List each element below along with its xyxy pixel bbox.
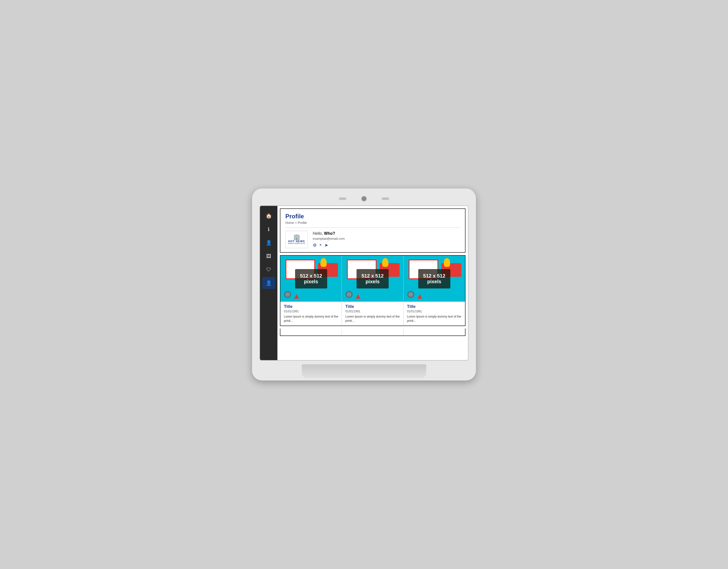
image-overlay-3: 512 x 512pixels bbox=[418, 269, 450, 288]
hello-name: Who? bbox=[324, 231, 335, 236]
article-body-1: Title 01/01/1991 Lorem Ipsum is simply d… bbox=[280, 302, 342, 325]
triangle-icon bbox=[294, 294, 299, 299]
profile-actions: ⚙ + ➤ bbox=[313, 243, 345, 248]
contact-icon: 👤 bbox=[266, 240, 272, 246]
article-title-1: Title bbox=[284, 304, 338, 309]
main-content: Profile Home > Profile 🏢 HOT NEWS WEBSIT… bbox=[277, 206, 468, 360]
article-title-3: Title bbox=[407, 304, 462, 309]
article-image-2: 512 x 512pixels bbox=[342, 256, 403, 302]
device-button-left bbox=[339, 198, 346, 200]
sidebar-item-home[interactable]: 🏠 bbox=[262, 210, 275, 222]
hello-text: Hello, Who? bbox=[313, 231, 345, 236]
add-icon[interactable]: + bbox=[319, 243, 322, 248]
device-button-right bbox=[382, 198, 389, 200]
hello-label: Hello, bbox=[313, 231, 324, 236]
article-body-2: Title 01/01/1991 Lorem Ipsum is simply d… bbox=[342, 302, 403, 325]
article-date-3: 01/01/1991 bbox=[407, 309, 462, 313]
sidebar-item-info[interactable]: ℹ bbox=[262, 223, 275, 235]
sidebar-item-profile[interactable]: 👤 bbox=[262, 277, 275, 289]
article-image-3: 512 x 512pixels bbox=[404, 256, 465, 302]
sidebar-item-gallery[interactable]: 🖼 bbox=[262, 250, 275, 262]
article-excerpt-3: Lorem Ipsum is simply dummy text of the … bbox=[407, 314, 462, 323]
logo-text: HOT NEWS bbox=[288, 240, 305, 243]
articles-grid: 512 x 512pixels Title 01/01/1991 Lorem I… bbox=[280, 255, 466, 326]
device-camera bbox=[361, 196, 367, 202]
device-frame: 🏠 ℹ 👤 🖼 🛡 👤 Profile Home > Prof bbox=[252, 189, 476, 380]
info-icon: ℹ bbox=[268, 226, 270, 232]
article-image-1: 512 x 512pixels bbox=[280, 256, 342, 302]
gear-decor-icon-3 bbox=[407, 291, 414, 298]
settings-icon[interactable]: ⚙ bbox=[313, 243, 317, 248]
logo-subtext: WEBSITE MOBILE BLOG bbox=[288, 243, 305, 245]
page-title: Profile bbox=[285, 213, 460, 220]
article-date-2: 01/01/1991 bbox=[345, 309, 400, 313]
breadcrumb: Home > Profile bbox=[285, 221, 460, 228]
article-card-3[interactable]: 512 x 512pixels Title 01/01/1991 Lorem I… bbox=[404, 256, 465, 325]
device-screen: 🏠 ℹ 👤 🖼 🛡 👤 Profile Home > Prof bbox=[260, 206, 468, 360]
bottom-cell-3 bbox=[404, 328, 465, 335]
bulb-icon bbox=[320, 258, 327, 267]
triangle-icon-3 bbox=[417, 294, 422, 299]
image-overlay-2: 512 x 512pixels bbox=[357, 269, 389, 288]
gear-decor-icon-2 bbox=[346, 291, 353, 298]
triangle-icon-2 bbox=[356, 294, 361, 299]
article-card-2[interactable]: 512 x 512pixels Title 01/01/1991 Lorem I… bbox=[342, 256, 403, 325]
profile-details: Hello, Who? examplae@email.com ⚙ + ➤ bbox=[313, 231, 345, 248]
profile-logo: 🏢 HOT NEWS WEBSITE MOBILE BLOG bbox=[285, 231, 308, 248]
article-card-1[interactable]: 512 x 512pixels Title 01/01/1991 Lorem I… bbox=[280, 256, 342, 325]
profile-icon: 👤 bbox=[266, 280, 272, 286]
sidebar-item-shield[interactable]: 🛡 bbox=[262, 264, 275, 276]
article-body-3: Title 01/01/1991 Lorem Ipsum is simply d… bbox=[404, 302, 465, 325]
home-icon: 🏠 bbox=[266, 213, 272, 219]
device-base bbox=[302, 364, 426, 378]
profile-email: examplae@email.com bbox=[313, 237, 345, 241]
bottom-row bbox=[280, 328, 466, 336]
logo-building-icon: 🏢 bbox=[293, 234, 300, 240]
bottom-cell-2 bbox=[342, 328, 403, 335]
navigate-icon[interactable]: ➤ bbox=[324, 243, 328, 248]
article-title-2: Title bbox=[345, 304, 400, 309]
bottom-cell-1 bbox=[280, 328, 342, 335]
bulb-icon-2 bbox=[382, 258, 388, 267]
gear-decor-icon bbox=[284, 291, 291, 298]
image-overlay-1: 512 x 512pixels bbox=[295, 269, 327, 288]
article-excerpt-2: Lorem Ipsum is simply dummy text of the … bbox=[345, 314, 400, 323]
device-top-bar bbox=[260, 196, 468, 202]
sidebar: 🏠 ℹ 👤 🖼 🛡 👤 bbox=[260, 206, 277, 360]
article-date-1: 01/01/1991 bbox=[284, 309, 338, 313]
sidebar-item-contact[interactable]: 👤 bbox=[262, 237, 275, 249]
bulb-icon-3 bbox=[444, 258, 450, 267]
profile-info: 🏢 HOT NEWS WEBSITE MOBILE BLOG Hello, Wh… bbox=[285, 231, 460, 248]
profile-section: Profile Home > Profile 🏢 HOT NEWS WEBSIT… bbox=[280, 209, 466, 253]
gallery-icon: 🖼 bbox=[266, 254, 271, 259]
article-excerpt-1: Lorem Ipsum is simply dummy text of the … bbox=[284, 314, 338, 323]
shield-icon: 🛡 bbox=[266, 267, 271, 273]
